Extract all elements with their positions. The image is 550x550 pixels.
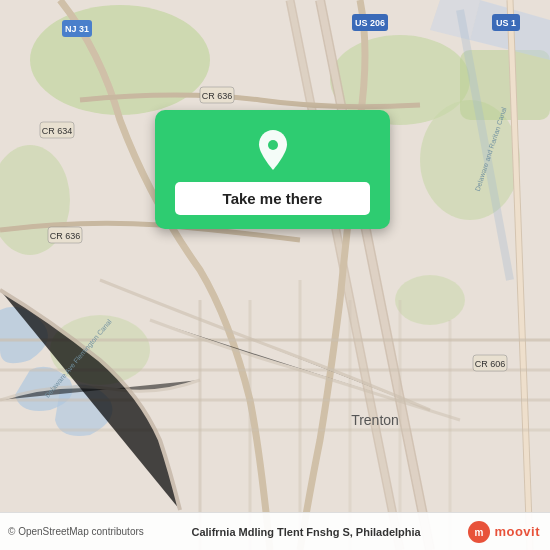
- take-me-there-button[interactable]: Take me there: [175, 182, 370, 215]
- svg-text:CR 606: CR 606: [475, 359, 506, 369]
- svg-text:CR 636: CR 636: [50, 231, 81, 241]
- svg-point-38: [268, 140, 278, 150]
- osm-credit: © OpenStreetMap contributors: [8, 526, 144, 537]
- moovit-logo: m moovit: [468, 521, 540, 543]
- map-background: NJ 31 US 206 US 1 CR 636 CR 634 CR 636 C…: [0, 0, 550, 550]
- svg-point-7: [395, 275, 465, 325]
- svg-text:US 1: US 1: [496, 18, 516, 28]
- bottom-bar: © OpenStreetMap contributors Califrnia M…: [0, 512, 550, 550]
- location-name: Califrnia Mdling Tlent Fnshg S, Philadel…: [191, 526, 420, 538]
- svg-text:m: m: [475, 527, 484, 538]
- svg-text:CR 636: CR 636: [202, 91, 233, 101]
- svg-text:NJ 31: NJ 31: [65, 24, 89, 34]
- popup-card: Take me there: [155, 110, 390, 229]
- svg-text:Trenton: Trenton: [351, 412, 399, 428]
- map-container: NJ 31 US 206 US 1 CR 636 CR 634 CR 636 C…: [0, 0, 550, 550]
- moovit-logo-icon: m: [468, 521, 490, 543]
- location-pin-icon: [251, 128, 295, 172]
- svg-text:US 206: US 206: [355, 18, 385, 28]
- svg-text:CR 634: CR 634: [42, 126, 73, 136]
- moovit-text: moovit: [494, 524, 540, 539]
